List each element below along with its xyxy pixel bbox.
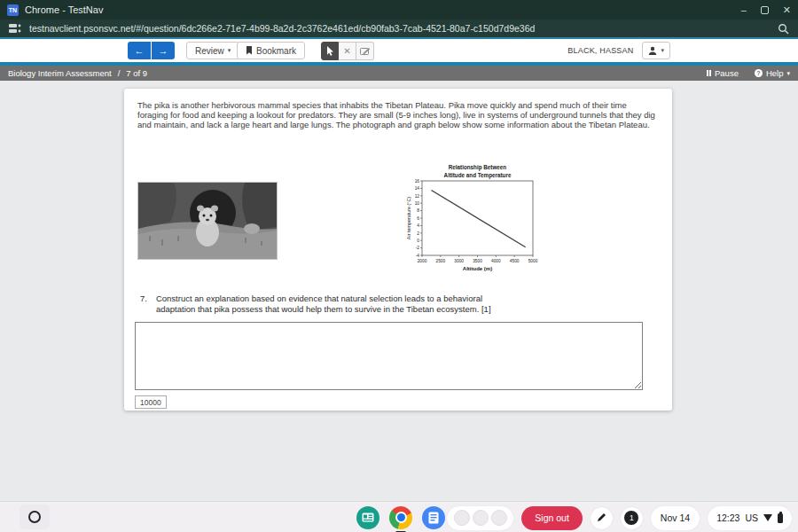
chevron-down-icon: ▾	[786, 70, 790, 77]
svg-text:8: 8	[417, 208, 419, 213]
testnav-favicon: TN	[7, 4, 19, 16]
locale-label: US	[745, 512, 758, 523]
svg-text:16: 16	[415, 179, 420, 184]
user-name: BLACK, HASSAN	[567, 46, 633, 55]
pen-icon	[596, 512, 606, 523]
user-menu-button[interactable]: ▾	[642, 42, 670, 59]
window-title: Chrome - TestNav	[25, 4, 103, 15]
badge-icon	[362, 512, 374, 522]
battery-icon	[778, 513, 783, 523]
tabs-icon[interactable]	[9, 23, 21, 34]
pika-photo-image	[138, 183, 277, 259]
document-icon	[428, 512, 439, 524]
sign-out-button[interactable]: Sign out	[521, 506, 583, 530]
question-prompt: Construct an explanation based on eviden…	[156, 293, 523, 315]
notification-count: 1	[624, 511, 638, 525]
help-label: Help	[766, 68, 784, 78]
chrome-app-icon[interactable]	[389, 506, 412, 529]
clock: 12:23	[716, 512, 739, 523]
close-button[interactable]: ✕	[783, 5, 791, 15]
svg-text:4500: 4500	[510, 259, 520, 263]
launcher-button[interactable]	[20, 505, 50, 529]
svg-text:14: 14	[415, 186, 420, 191]
pointer-tool-button[interactable]	[321, 42, 339, 60]
testnav-toolbar: ← → Review ▾ Bookmark ✕ BLACK, HASSAN ▾	[0, 39, 798, 62]
url-bar: testnavclient.psonsvc.net/#/question/6dc…	[0, 20, 798, 37]
altitude-temperature-chart: Relationship BetweenAltitude and Tempera…	[405, 163, 540, 274]
question-card: The pika is another herbivorous mammal s…	[124, 89, 672, 411]
answer-textarea[interactable]	[135, 322, 643, 390]
search-icon[interactable]	[778, 23, 789, 35]
pause-icon	[707, 70, 712, 76]
svg-text:3500: 3500	[473, 259, 482, 263]
assessment-title: Biology Interim Assessment	[8, 68, 112, 78]
help-icon: ?	[755, 69, 763, 77]
forward-arrow-icon: →	[159, 45, 168, 56]
pika-photo	[137, 182, 278, 260]
person-icon	[648, 46, 657, 55]
bookmark-button[interactable]: Bookmark	[237, 42, 305, 59]
notification-thumbnail	[473, 510, 489, 526]
review-dropdown-button[interactable]: Review ▾	[186, 42, 239, 59]
help-menu-button[interactable]: ? Help ▾	[755, 68, 790, 78]
page-background: The pika is another herbivorous mammal s…	[0, 81, 798, 501]
chevron-down-icon: ▾	[661, 47, 664, 54]
forward-button[interactable]: →	[152, 42, 175, 59]
date-pill[interactable]: Nov 14	[651, 506, 700, 530]
svg-text:Air temperature (°C): Air temperature (°C)	[406, 197, 411, 239]
url-text[interactable]: testnavclient.psonsvc.net/#/question/6dc…	[29, 23, 535, 34]
launcher-icon	[28, 511, 41, 523]
svg-text:12: 12	[415, 194, 420, 199]
svg-text:2500: 2500	[435, 259, 445, 263]
assessment-bar: Biology Interim Assessment / 7 of 9 Paus…	[0, 66, 798, 81]
svg-text:Altitude and Temperature: Altitude and Temperature	[444, 172, 512, 179]
cursor-icon	[326, 46, 334, 56]
status-tray[interactable]: 12:23 US	[708, 506, 792, 530]
network-icon	[763, 514, 772, 521]
notepad-icon	[360, 47, 371, 56]
bookmark-icon	[246, 46, 253, 55]
restore-button[interactable]	[761, 6, 769, 14]
passage-text: The pika is another herbivorous mammal s…	[137, 100, 659, 129]
svg-text:2: 2	[417, 231, 419, 236]
chevron-down-icon: ▾	[228, 47, 231, 54]
svg-text:6: 6	[417, 216, 419, 221]
svg-text:10: 10	[415, 201, 420, 206]
review-label: Review	[195, 46, 224, 56]
svg-text:4000: 4000	[491, 259, 501, 263]
notification-tray[interactable]	[447, 506, 513, 530]
testnav-app-icon[interactable]	[356, 506, 379, 529]
svg-text:3000: 3000	[454, 259, 464, 263]
chrome-logo	[389, 506, 412, 529]
svg-text:Relationship Between: Relationship Between	[449, 164, 507, 171]
question-progress: 7 of 9	[126, 68, 147, 78]
svg-text:Altitude (m): Altitude (m)	[463, 266, 492, 271]
svg-text:2000: 2000	[418, 259, 427, 263]
stylus-tools-button[interactable]	[591, 507, 613, 529]
back-button[interactable]: ←	[128, 42, 151, 59]
notification-thumbnail	[454, 510, 470, 526]
cross-off-icon: ✕	[343, 46, 350, 56]
pause-label: Pause	[715, 68, 739, 78]
bookmark-label: Bookmark	[256, 46, 296, 56]
notification-thumbnail	[491, 510, 507, 526]
notepad-tool-button[interactable]	[356, 42, 374, 60]
question-number: 7.	[140, 293, 147, 315]
shelf: Sign out 1 Nov 14 12:23 US	[0, 501, 798, 532]
notification-counter-button[interactable]: 1	[621, 507, 643, 529]
svg-text:-2: -2	[416, 246, 420, 250]
svg-text:4: 4	[417, 223, 419, 228]
pause-button[interactable]: Pause	[707, 68, 739, 78]
answer-eliminator-tool-button[interactable]: ✕	[339, 42, 356, 60]
character-counter: 10000	[135, 395, 167, 409]
docs-app-icon[interactable]	[422, 506, 445, 529]
svg-text:-4: -4	[416, 254, 420, 258]
breadcrumb-separator: /	[118, 68, 121, 78]
minimize-button[interactable]: –	[741, 5, 747, 15]
back-arrow-icon: ←	[135, 45, 145, 56]
svg-text:0: 0	[417, 239, 419, 243]
svg-text:5000: 5000	[528, 259, 538, 263]
window-titlebar: TN Chrome - TestNav – ✕	[0, 0, 798, 20]
